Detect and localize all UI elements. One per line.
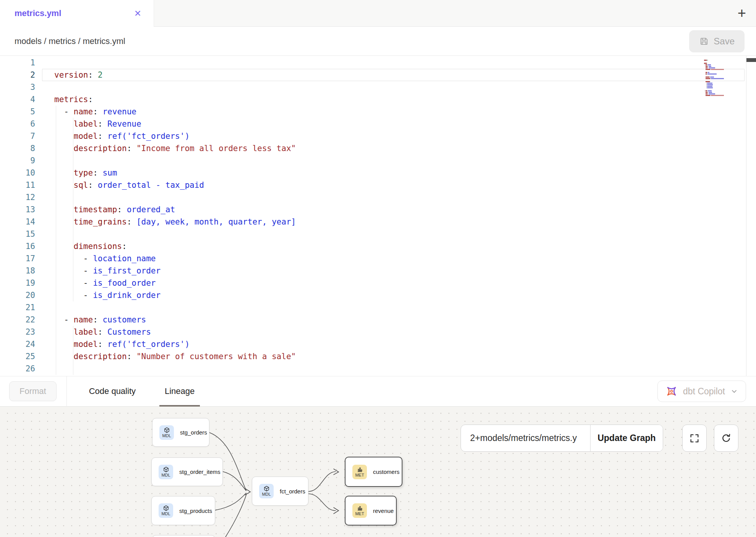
code-line bbox=[54, 301, 702, 314]
floppy-disk-icon bbox=[699, 36, 709, 46]
scrollbar-thumb[interactable] bbox=[746, 58, 756, 62]
code-line: description: "Number of customers with a… bbox=[54, 350, 702, 363]
lineage-node-fct_orders[interactable]: MDLfct_orders bbox=[252, 477, 308, 506]
line-number: 25 bbox=[0, 350, 35, 363]
code-line bbox=[54, 81, 702, 93]
lineage-node-stg_products[interactable]: MDLstg_products bbox=[151, 496, 215, 525]
line-number: 13 bbox=[0, 203, 35, 216]
lineage-node-clipped_node[interactable] bbox=[152, 535, 215, 537]
update-graph-button[interactable]: Update Graph bbox=[590, 425, 663, 451]
code-line: description: "Income from all orders les… bbox=[54, 142, 702, 155]
lineage-node-label: stg_orders bbox=[180, 429, 207, 436]
model-icon: MDL bbox=[259, 484, 274, 498]
code-line: - location_name bbox=[54, 252, 702, 265]
line-number: 10 bbox=[0, 167, 35, 179]
line-number: 9 bbox=[0, 155, 35, 167]
lineage-node-revenue[interactable]: METrevenue bbox=[345, 496, 397, 526]
line-number: 7 bbox=[0, 130, 35, 142]
line-number: 15 bbox=[0, 228, 35, 240]
code-line: - name: revenue bbox=[54, 106, 702, 118]
line-number: 23 bbox=[0, 326, 35, 338]
code-line: label: Revenue bbox=[54, 118, 702, 130]
metric-icon: MET bbox=[352, 503, 367, 518]
line-number: 2 bbox=[0, 69, 35, 81]
scrollbar-track bbox=[746, 56, 746, 376]
line-number: 16 bbox=[0, 240, 35, 252]
model-icon: MDL bbox=[159, 425, 174, 440]
model-icon: MDL bbox=[159, 465, 173, 479]
code-line: - is_drink_order bbox=[54, 289, 702, 301]
code-line: - is_first_order bbox=[54, 265, 702, 277]
code-line: timestamp: ordered_at bbox=[54, 203, 702, 216]
dbt-copilot-icon bbox=[665, 385, 678, 397]
lineage-node-label: stg_products bbox=[179, 508, 212, 514]
metric-icon: MET bbox=[352, 465, 367, 479]
line-number: 14 bbox=[0, 216, 35, 228]
save-button[interactable]: Save bbox=[689, 30, 745, 52]
code-line: label: Customers bbox=[54, 326, 702, 338]
lineage-node-label: customers bbox=[373, 469, 399, 475]
line-number: 3 bbox=[0, 81, 35, 93]
tab-strip-empty-area: + bbox=[154, 0, 756, 27]
code-line bbox=[54, 57, 702, 69]
fullscreen-icon bbox=[689, 433, 700, 444]
code-line: sql: order_total - tax_paid bbox=[54, 179, 702, 191]
lineage-node-stg_order_items[interactable]: MDLstg_order_items bbox=[151, 457, 223, 486]
bottom-toolbar: Format Code quality Lineage dbt Copilot bbox=[0, 376, 756, 407]
tab-lineage[interactable]: Lineage bbox=[158, 376, 201, 407]
line-number: 21 bbox=[0, 301, 35, 314]
dbt-copilot-button[interactable]: dbt Copilot bbox=[657, 381, 746, 402]
format-button[interactable]: Format bbox=[9, 381, 57, 401]
line-number: 4 bbox=[0, 93, 35, 106]
code-line: dimensions: bbox=[54, 240, 702, 252]
lineage-filter-group: Update Graph bbox=[461, 425, 663, 452]
tab-lineage-label: Lineage bbox=[165, 386, 195, 396]
line-number: 1 bbox=[0, 57, 35, 69]
editor-code-area[interactable]: version: 2metrics: - name: revenue label… bbox=[54, 57, 702, 375]
tab-title: metrics.yml bbox=[15, 8, 61, 18]
line-number: 22 bbox=[0, 314, 35, 326]
lineage-canvas[interactable]: MDLstg_ordersMDLstg_order_itemsMDLstg_pr… bbox=[0, 407, 756, 537]
tab-strip: metrics.yml ✕ + bbox=[0, 0, 756, 27]
code-line: type: sum bbox=[54, 167, 702, 179]
fullscreen-button[interactable] bbox=[682, 425, 707, 452]
lineage-node-customers[interactable]: METcustomers bbox=[345, 457, 402, 487]
refresh-button[interactable] bbox=[714, 425, 738, 452]
code-editor[interactable]: 1234567891011121314151617181920212223242… bbox=[0, 56, 756, 376]
new-tab-plus-icon[interactable]: + bbox=[738, 7, 746, 20]
code-line: version: 2 bbox=[54, 69, 702, 81]
tab-metrics-yml[interactable]: metrics.yml ✕ bbox=[0, 0, 154, 27]
code-line: metrics: bbox=[54, 93, 702, 106]
code-line: model: ref('fct_orders') bbox=[54, 338, 702, 350]
editor-gutter: 1234567891011121314151617181920212223242… bbox=[0, 57, 35, 375]
line-number: 24 bbox=[0, 338, 35, 350]
lineage-filter-input[interactable] bbox=[461, 425, 590, 451]
line-number: 6 bbox=[0, 118, 35, 130]
lineage-node-label: revenue bbox=[373, 508, 394, 514]
close-icon[interactable]: ✕ bbox=[134, 9, 141, 18]
code-line bbox=[54, 363, 702, 375]
save-button-label: Save bbox=[714, 36, 735, 47]
code-line bbox=[54, 191, 702, 203]
dbt-copilot-label: dbt Copilot bbox=[683, 386, 725, 397]
toolbar-divider bbox=[67, 376, 67, 407]
line-number: 12 bbox=[0, 191, 35, 203]
lineage-node-label: fct_orders bbox=[280, 488, 305, 495]
line-number: 20 bbox=[0, 289, 35, 301]
breadcrumb-row: models / metrics / metrics.yml Save bbox=[0, 27, 756, 56]
active-tab-underline bbox=[159, 405, 200, 407]
line-number: 8 bbox=[0, 142, 35, 155]
chevron-down-icon bbox=[730, 387, 738, 395]
line-number: 11 bbox=[0, 179, 35, 191]
breadcrumb: models / metrics / metrics.yml bbox=[15, 36, 125, 46]
code-line: model: ref('fct_orders') bbox=[54, 130, 702, 142]
tab-code-quality[interactable]: Code quality bbox=[82, 376, 143, 407]
code-line: - is_food_order bbox=[54, 277, 702, 289]
code-line bbox=[54, 155, 702, 167]
editor-minimap[interactable] bbox=[704, 58, 745, 98]
lineage-node-stg_orders[interactable]: MDLstg_orders bbox=[152, 418, 209, 447]
line-number: 5 bbox=[0, 106, 35, 118]
model-icon: MDL bbox=[159, 503, 173, 518]
line-number: 26 bbox=[0, 363, 35, 375]
line-number: 18 bbox=[0, 265, 35, 277]
